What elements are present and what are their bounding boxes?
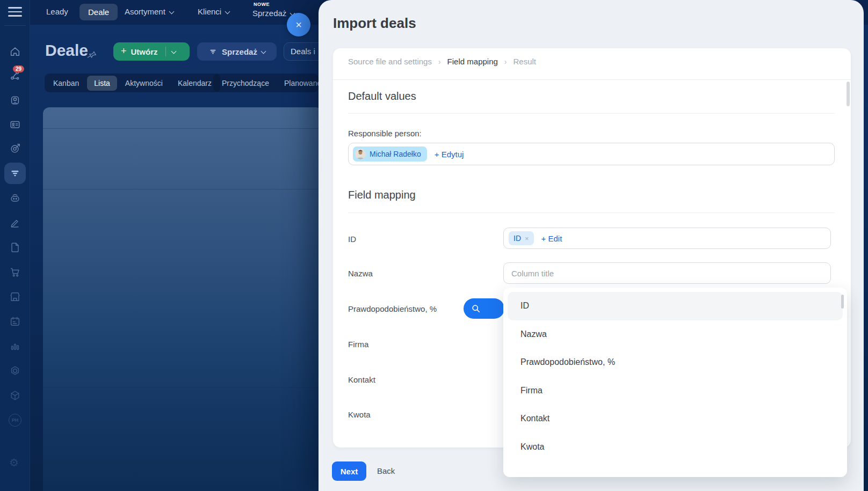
nav-item-sprzedaz[interactable]: Sprzedaż [252,9,294,18]
id-column-chip: ID × [509,231,534,245]
chip-label: ID [513,234,521,243]
step-result[interactable]: Result [513,57,537,66]
tab-przychodzace[interactable]: Przychodzące [215,76,276,91]
ai-robot-icon[interactable] [9,192,21,204]
mapping-label-firma: Firma [348,340,368,349]
tab-lista[interactable]: Lista [87,76,117,91]
home-icon[interactable] [9,46,21,57]
deals-table [43,107,322,491]
column-title-input[interactable] [504,263,830,283]
plus-icon: + [121,46,127,57]
step-field-mapping[interactable]: Field mapping [447,57,498,66]
menu-hamburger-icon[interactable] [8,7,22,19]
search-icon [471,303,481,314]
funnel-icon [208,47,218,56]
nav-item-deale-active[interactable]: Deale [79,4,118,20]
close-panel-button[interactable]: × [287,13,310,36]
nav-item-asortyment[interactable]: Asortyment [125,7,173,16]
counter-tabs: Przychodzące Planowane [213,74,319,92]
dropdown-option-prawdopodobienstwo[interactable]: Prawdopodobieństwo, % [508,348,843,377]
mapping-field-id[interactable]: ID × + Edit [503,228,831,249]
mapping-label-prawdopodobienstwo: Prawdopodobieństwo, % [348,304,437,313]
back-button[interactable]: Back [373,461,399,481]
create-button-label: Utwórz [131,47,158,56]
person-name: Michał Radełko [370,150,421,158]
contact-card-icon[interactable] [9,119,21,130]
pin-icon[interactable] [87,49,98,60]
avatar [355,149,366,159]
pipeline-button-label: Sprzedaż [222,47,257,56]
dropdown-option-kwota[interactable]: Kwota [508,433,843,461]
sign-pen-icon[interactable] [9,217,21,229]
edit-mapping-link[interactable]: + Edit [541,234,562,243]
package-cube-icon[interactable] [9,390,21,401]
planner-calendar-icon[interactable] [9,316,21,327]
modal-title: Import deals [333,15,416,32]
chevron-down-icon [225,9,230,14]
step-source-file[interactable]: Source file and settings [348,57,432,66]
dropdown-scrollbar[interactable] [841,295,844,309]
mapping-label-kwota: Kwota [348,410,371,419]
tab-aktywnosci[interactable]: Aktywności [118,76,170,91]
crm-funnel-icon[interactable] [9,167,21,179]
cart-icon[interactable] [9,266,21,278]
person-chip[interactable]: Michał Radełko [353,146,427,162]
field-mapping-heading: Field mapping [348,189,416,201]
left-sidebar: 29 PH ⚙ [0,0,30,491]
mapping-label-nazwa: Nazwa [348,269,373,278]
video-hub-icon[interactable] [9,94,21,106]
create-deal-button[interactable]: + Utwórz [113,42,190,61]
nav-item-klienci[interactable]: Klienci [198,7,229,16]
dropdown-option-kontakt[interactable]: Kontakt [508,405,843,433]
step-separator: › [438,57,441,66]
document-edit-icon[interactable] [9,241,21,253]
dropdown-option-firma[interactable]: Firma [508,377,843,405]
page-title: Deale [45,41,88,60]
dropdown-option-id[interactable]: ID [508,292,843,320]
search-columns-button[interactable] [464,298,504,319]
notifications-badge: 29 [13,65,24,72]
dropdown-option-nazwa[interactable]: Nazwa [508,320,843,349]
app-screen: 29 PH ⚙ Leady Deale Asortyment Klienci N… [0,0,868,491]
bar-chart-icon[interactable] [9,340,21,352]
column-dropdown: ID Nazwa Prawdopodobieństwo, % Firma Kon… [503,288,847,477]
nowe-badge: NOWE [254,2,270,7]
edit-responsible-link[interactable]: + Edytuj [435,150,464,159]
mapping-label-kontakt: Kontakt [348,375,375,384]
sidebar-divider [4,25,26,26]
close-icon: × [295,19,302,31]
ph-app-icon[interactable]: PH [9,414,21,427]
responsible-person-field[interactable]: Michał Radełko + Edytuj [348,143,835,165]
marketing-target-icon[interactable] [9,143,21,155]
tab-kalendarz[interactable]: Kalendarz [171,76,219,91]
modal-scrollbar[interactable] [847,82,850,106]
store-icon[interactable] [9,291,21,303]
nav-item-leady[interactable]: Leady [46,7,68,16]
tab-planowane[interactable]: Planowane [277,76,319,91]
settings-gear-icon[interactable]: ⚙ [9,456,21,468]
chevron-down-icon [261,48,266,54]
tab-kanban[interactable]: Kanban [46,76,86,91]
mapping-label-id: ID [348,234,356,244]
chevron-down-icon [169,9,174,14]
wizard-steps: Source file and settings › Field mapping… [348,57,536,66]
hexagon-module-icon[interactable] [9,365,21,377]
mapping-field-nazwa [503,262,831,284]
next-button[interactable]: Next [332,461,366,481]
step-separator: › [504,57,507,66]
view-tabs: Kanban Lista Aktywności Kalendarz [45,74,220,92]
remove-chip-icon[interactable]: × [525,234,529,243]
responsible-person-label: Responsible person: [348,129,422,138]
pipeline-filter-button[interactable]: Sprzedaż [197,42,277,61]
default-values-heading: Default values [348,90,416,102]
chevron-down-icon [171,48,176,54]
